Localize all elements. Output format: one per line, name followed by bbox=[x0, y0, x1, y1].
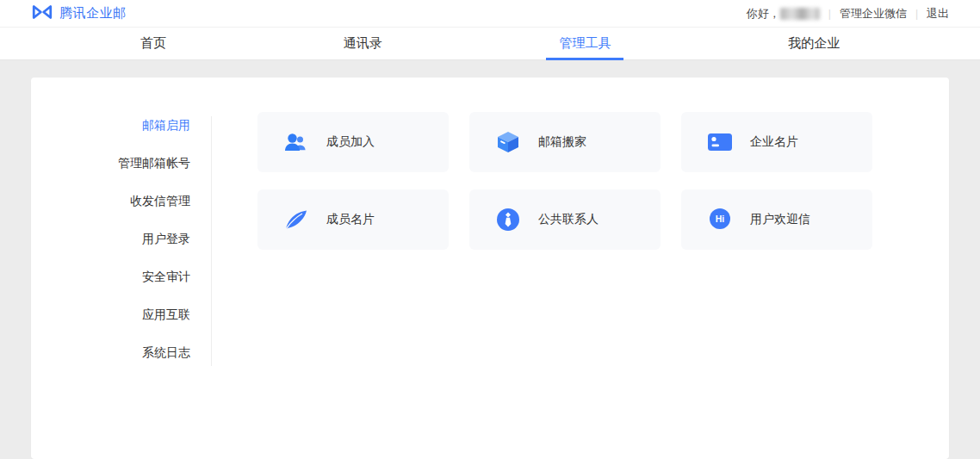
card-member-card[interactable]: 成员名片 bbox=[257, 189, 449, 250]
user-name-blurred bbox=[780, 8, 820, 20]
sidebar-item-mailbox-enable[interactable]: 邮箱启用 bbox=[31, 116, 211, 133]
user-area: 你好， | 管理企业微信 | 退出 bbox=[747, 6, 949, 22]
sidebar-item-user-login[interactable]: 用户登录 bbox=[31, 230, 211, 247]
sidebar-item-security-audit[interactable]: 安全审计 bbox=[31, 268, 211, 285]
card-label: 成员加入 bbox=[326, 134, 375, 150]
svg-text:Hi: Hi bbox=[716, 214, 725, 224]
member-card-icon bbox=[283, 207, 309, 233]
sidebar-item-send-receive[interactable]: 收发信管理 bbox=[31, 192, 211, 209]
manage-wecom-link[interactable]: 管理企业微信 bbox=[840, 6, 907, 22]
company-card-icon bbox=[707, 129, 733, 155]
card-mailbox-migrate[interactable]: 邮箱搬家 bbox=[469, 112, 661, 172]
greeting-text: 你好， bbox=[747, 6, 820, 22]
admin-tools-panel: 邮箱启用 管理邮箱帐号 收发信管理 用户登录 安全审计 应用互联 系统日志 bbox=[31, 78, 949, 459]
card-label: 成员名片 bbox=[326, 212, 375, 227]
card-label: 邮箱搬家 bbox=[538, 134, 586, 150]
content-area: 邮箱启用 管理邮箱帐号 收发信管理 用户登录 安全审计 应用互联 系统日志 bbox=[0, 60, 980, 459]
sidebar-item-system-log[interactable]: 系统日志 bbox=[31, 344, 211, 361]
card-public-contacts[interactable]: 公共联系人 bbox=[469, 189, 661, 250]
card-label: 用户欢迎信 bbox=[750, 212, 810, 227]
tool-cards-grid: 成员加入 邮箱搬家 bbox=[212, 78, 872, 459]
brand-logo[interactable]: 腾讯企业邮 bbox=[31, 3, 127, 25]
mailbox-migrate-icon bbox=[495, 129, 521, 155]
exmail-logo-icon bbox=[31, 3, 53, 25]
tab-my-company[interactable]: 我的企业 bbox=[778, 28, 850, 59]
brand-name: 腾讯企业邮 bbox=[59, 5, 127, 22]
welcome-letter-icon: Hi bbox=[707, 207, 733, 233]
topbar: 腾讯企业邮 你好， | 管理企业微信 | 退出 bbox=[0, 0, 980, 28]
divider: | bbox=[915, 8, 918, 20]
card-label: 企业名片 bbox=[750, 134, 798, 150]
tab-contacts[interactable]: 通讯录 bbox=[333, 28, 393, 59]
divider: | bbox=[828, 8, 831, 20]
card-label: 公共联系人 bbox=[538, 212, 599, 227]
sidebar: 邮箱启用 管理邮箱帐号 收发信管理 用户登录 安全审计 应用互联 系统日志 bbox=[31, 78, 212, 459]
sidebar-item-app-connect[interactable]: 应用互联 bbox=[31, 306, 211, 323]
tab-admin-tools[interactable]: 管理工具 bbox=[549, 28, 621, 59]
public-contacts-icon bbox=[495, 207, 521, 233]
card-company-card[interactable]: 企业名片 bbox=[681, 112, 872, 172]
members-join-icon bbox=[283, 129, 309, 155]
sidebar-item-manage-accounts[interactable]: 管理邮箱帐号 bbox=[31, 154, 211, 171]
main-nav: 首页 通讯录 管理工具 我的企业 bbox=[0, 28, 980, 60]
logout-link[interactable]: 退出 bbox=[927, 6, 949, 22]
card-welcome-letter[interactable]: Hi 用户欢迎信 bbox=[681, 189, 872, 250]
active-tab-underline bbox=[546, 58, 623, 60]
card-members-join[interactable]: 成员加入 bbox=[257, 112, 449, 172]
tab-home[interactable]: 首页 bbox=[130, 28, 177, 59]
